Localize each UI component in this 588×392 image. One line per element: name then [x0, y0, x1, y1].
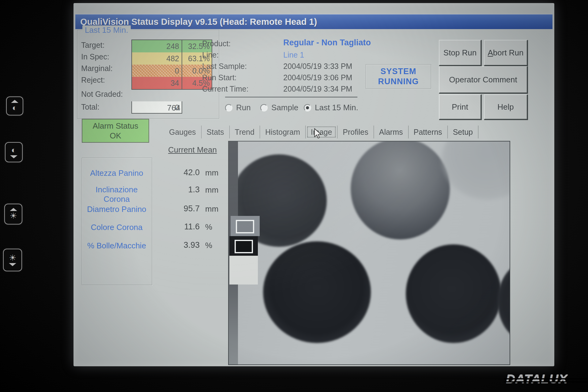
calibration-target-rect — [236, 220, 254, 233]
tab-gauges[interactable]: Gauges — [164, 126, 202, 138]
meas-label-bolle: % Bolle/Macchie — [82, 241, 152, 251]
line-value: Line 1 — [283, 51, 304, 59]
alarm-status-line2: OK — [110, 131, 121, 141]
meas-unit-diametro: mm — [205, 204, 218, 214]
contrast-up-button[interactable]: ◐ — [6, 96, 23, 115]
target-count: 248 — [132, 40, 182, 52]
contrast-icon: ◐ — [11, 146, 16, 154]
table-row-reject: 34 4.5% — [132, 77, 212, 89]
camera-image-view — [228, 141, 510, 365]
current-time-value: 2004/05/19 3:34 PM — [283, 85, 352, 93]
bun-right-edge — [498, 260, 510, 342]
inspec-pct: 63.1% — [182, 52, 212, 65]
tab-trend[interactable]: Trend — [230, 126, 260, 138]
abort-run-button[interactable]: Abort Run — [484, 40, 528, 66]
last-sample-value: 2004/05/19 3:33 PM — [283, 62, 352, 71]
meas-label-inclinazione: Inclinazione Corona — [82, 185, 152, 204]
meas-value-inclinazione: 1.3 — [165, 185, 200, 194]
tab-setup[interactable]: Setup — [448, 126, 478, 138]
radio-run-label: Run — [236, 103, 251, 112]
current-mean-header: Current Mean — [168, 145, 217, 155]
tab-stats[interactable]: Stats — [202, 126, 230, 138]
system-status-box: SYSTEM RUNNING — [366, 64, 431, 89]
radio-sample-label: Sample — [271, 103, 298, 112]
brightness-up-button[interactable]: ☀ — [4, 204, 22, 224]
radio-circle[interactable] — [260, 104, 268, 111]
arrow-up-icon — [10, 208, 17, 211]
table-row-target: 248 32.5% — [132, 40, 212, 52]
calibration-target-rect — [235, 240, 253, 253]
stats-group: Last 15 Min. Target: In Spec: Marginal: … — [77, 30, 219, 119]
stats-group-label: Last 15 Min. — [82, 25, 131, 35]
tab-alarms[interactable]: Alarms — [374, 126, 409, 138]
system-status-line1: SYSTEM — [380, 66, 416, 77]
tab-histogram[interactable]: Histogram — [260, 126, 306, 138]
tab-profiles[interactable]: Profiles — [337, 126, 374, 138]
bun-bottom-left — [263, 241, 371, 343]
bun-bottom-right — [406, 244, 501, 343]
stat-label-inspec: In Spec: — [81, 52, 109, 61]
stat-label-total: Total: — [81, 103, 100, 111]
brightness-down-button[interactable]: ☀ — [3, 249, 22, 271]
meas-unit-altezza: mm — [205, 168, 218, 178]
brightness-icon: ☀ — [9, 254, 16, 262]
table-row-marginal: 0 0.0% — [132, 65, 212, 77]
bun-top-middle — [351, 141, 450, 239]
marginal-count: 0 — [132, 65, 182, 77]
meas-label-altezza: Altezza Panino — [82, 168, 152, 178]
arrow-down-icon — [10, 155, 17, 158]
meas-unit-bolle: % — [205, 241, 212, 250]
marginal-pct: 0.0% — [182, 65, 212, 77]
stat-label-target: Target: — [81, 41, 104, 50]
print-button[interactable]: Print — [439, 94, 481, 120]
meas-label-diametro: Diametro Panino — [82, 205, 152, 214]
meas-value-bolle: 3.93 — [165, 240, 200, 250]
calibration-patch-black — [229, 236, 258, 256]
stat-label-reject: Reject: — [81, 76, 105, 85]
radio-run[interactable]: Run — [225, 103, 251, 112]
contrast-icon: ◐ — [12, 104, 17, 112]
stat-label-marginal: Marginal: — [81, 64, 113, 73]
calibration-patch-white — [229, 256, 258, 285]
meas-value-altezza: 42.0 — [165, 168, 200, 177]
reject-count: 34 — [132, 77, 182, 89]
monitor-screen: QualiVision Status Display v9.15 (Head: … — [74, 3, 554, 366]
stat-label-notgraded: Not Graded: — [81, 90, 123, 99]
grade-color-table: 248 32.5% 482 63.1% 0 0.0% 34 4.5% — [131, 40, 212, 90]
radio-last15min[interactable]: Last 15 Min. — [304, 103, 358, 112]
window-titlebar: QualiVision Status Display v9.15 (Head: … — [75, 14, 552, 29]
bun-top-right-faint — [442, 141, 510, 200]
target-pct: 32.5% — [182, 40, 212, 52]
arrow-up-icon — [11, 100, 18, 103]
divider — [225, 97, 357, 97]
meas-unit-inclinazione: mm — [205, 185, 218, 195]
product-value: Regular - Non Tagliato — [283, 38, 371, 47]
alarm-status-indicator: Alarm Status OK — [82, 119, 149, 143]
mouse-cursor — [312, 128, 323, 140]
alarm-status-line1: Alarm Status — [93, 121, 138, 131]
stop-run-button[interactable]: Stop Run — [439, 40, 481, 66]
system-status-line2: RUNNING — [378, 77, 419, 87]
table-row-inspec: 482 63.1% — [132, 52, 212, 65]
tab-patterns[interactable]: Patterns — [409, 126, 448, 138]
radio-circle[interactable] — [304, 104, 311, 111]
calibration-patch-gray — [231, 216, 260, 236]
arrow-down-icon — [9, 263, 16, 266]
meas-label-colore: Colore Corona — [82, 223, 152, 232]
radio-sample[interactable]: Sample — [260, 103, 298, 112]
radio-circle[interactable] — [225, 104, 232, 111]
help-button[interactable]: Help — [484, 94, 528, 120]
monitor-photo: ◐ ◐ ☀ ☀ DATALUX QualiVision Status Displ… — [0, 0, 588, 392]
meas-value-colore: 11.6 — [165, 222, 200, 232]
run-start-value: 2004/05/19 3:06 PM — [283, 73, 352, 82]
brightness-icon: ☀ — [9, 212, 17, 220]
contrast-down-button[interactable]: ◐ — [5, 142, 23, 162]
total-count: 764 — [131, 103, 180, 113]
operator-comment-button[interactable]: Operator Comment — [439, 66, 528, 93]
monitor-brand-logo: DATALUX — [506, 372, 586, 390]
meas-unit-colore: % — [205, 222, 212, 232]
meas-value-diametro: 95.7 — [165, 204, 200, 213]
inspec-count: 482 — [132, 52, 182, 65]
radio-last15min-label: Last 15 Min. — [315, 103, 358, 112]
reject-pct: 4.5% — [182, 77, 212, 89]
